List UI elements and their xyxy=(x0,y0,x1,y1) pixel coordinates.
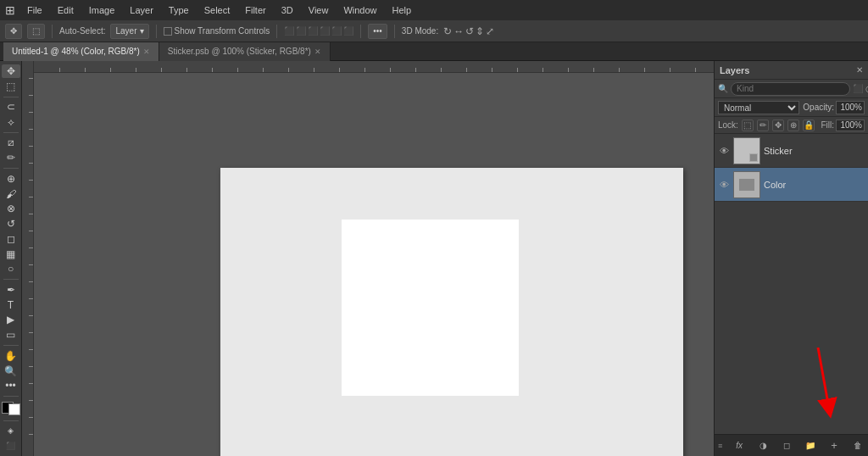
menu-item-select[interactable]: Select xyxy=(201,3,234,17)
tab-sticker-close[interactable]: ✕ xyxy=(314,47,321,56)
tool-separator-2 xyxy=(3,132,19,133)
brush-tool[interactable]: 🖌 xyxy=(2,187,20,201)
options-bar: ✥ ⬚ Auto-Select: Layer ▾ Show Transform … xyxy=(0,20,868,42)
app-icon[interactable]: ⊞ xyxy=(5,3,15,17)
select-icon: ⬚ xyxy=(32,26,40,36)
layer-row-color[interactable]: 👁 Color xyxy=(715,168,868,202)
layers-filter-input[interactable] xyxy=(731,82,850,96)
crop-tool[interactable]: ⧄ xyxy=(2,136,20,150)
quick-mask-btn[interactable]: ◈ xyxy=(2,424,20,437)
opacity-group: Opacity: xyxy=(803,101,865,114)
align-left-icon[interactable]: ⬛ xyxy=(284,26,294,36)
lock-label: Lock: xyxy=(718,120,738,130)
clone-tool[interactable]: ⊗ xyxy=(2,202,20,215)
history-tool[interactable]: ↺ xyxy=(2,217,20,231)
3d-slide-icon[interactable]: ⇕ xyxy=(476,25,484,37)
move-tool-btn[interactable]: ✥ xyxy=(5,24,22,39)
lock-all-btn[interactable]: 🔒 xyxy=(803,120,815,131)
menu-item-image[interactable]: Image xyxy=(86,3,119,17)
fill-input[interactable] xyxy=(836,120,865,131)
menu-item-window[interactable]: Window xyxy=(340,3,380,17)
tab-sticker-label: Sticker.psb @ 100% (Sticker, RGB/8*) xyxy=(168,47,311,56)
type-tool[interactable]: T xyxy=(2,298,20,312)
lock-transparent-btn[interactable]: ⬚ xyxy=(742,120,754,131)
menu-item-3d[interactable]: 3D xyxy=(278,3,297,17)
3d-scale-icon[interactable]: ⤢ xyxy=(486,25,494,37)
align-right-icon[interactable]: ⬛ xyxy=(308,26,318,36)
wand-tool[interactable]: ⟡ xyxy=(2,115,20,129)
chevron-down-icon: ▾ xyxy=(140,26,144,36)
canvas-area[interactable] xyxy=(34,61,714,456)
more-options-btn[interactable]: ••• xyxy=(368,24,387,39)
3d-pan-icon[interactable]: ↔ xyxy=(453,25,464,37)
add-adjustment-button[interactable]: ◑ xyxy=(756,439,770,453)
menu-item-view[interactable]: View xyxy=(305,3,332,17)
opacity-input[interactable] xyxy=(836,101,865,114)
3d-rotate-icon[interactable]: ↻ xyxy=(443,25,452,37)
canvas-document[interactable] xyxy=(220,168,683,456)
pen-tool[interactable]: ✒ xyxy=(2,283,20,297)
autoselect-dropdown[interactable]: Layer ▾ xyxy=(110,24,148,39)
align-center-icon[interactable]: ⬛ xyxy=(296,26,306,36)
move-tool[interactable]: ✥ xyxy=(2,64,20,78)
tool-separator-7 xyxy=(3,420,19,421)
layer-thumbnail-sticker xyxy=(733,137,760,164)
fg-bg-colors xyxy=(2,402,20,415)
hand-tool[interactable]: ✋ xyxy=(2,349,20,363)
opt-separator-2 xyxy=(156,25,157,38)
align-middle-icon[interactable]: ⬛ xyxy=(331,26,342,36)
screen-mode-btn[interactable]: ⬛ xyxy=(2,439,20,453)
marquee-tool[interactable]: ⬚ xyxy=(2,80,20,93)
more-tools-btn[interactable]: ••• xyxy=(2,379,20,392)
layer-row-sticker[interactable]: 👁 Sticker xyxy=(715,134,868,168)
path-select-tool[interactable]: ▶ xyxy=(2,314,20,327)
add-mask-button[interactable]: ◻ xyxy=(780,439,793,453)
lock-image-btn[interactable]: ✏ xyxy=(757,120,769,131)
eyedropper-tool[interactable]: ✏ xyxy=(2,151,20,164)
layer-visibility-color[interactable]: 👁 xyxy=(718,179,730,191)
menu-item-file[interactable]: File xyxy=(24,3,46,17)
tab-untitled-close[interactable]: ✕ xyxy=(143,47,150,56)
tab-sticker[interactable]: Sticker.psb @ 100% (Sticker, RGB/8*) ✕ xyxy=(159,42,331,61)
layers-panel-header: Layers ✕ xyxy=(715,61,868,80)
fill-group: Fill: xyxy=(821,120,865,131)
align-bottom-icon[interactable]: ⬛ xyxy=(343,26,353,36)
layers-panel-menu-btn[interactable]: ≡ xyxy=(718,442,722,450)
new-group-button[interactable]: 📁 xyxy=(804,439,817,453)
layers-panel-close-btn[interactable]: ✕ xyxy=(856,65,863,75)
menu-item-filter[interactable]: Filter xyxy=(242,3,269,17)
show-transform-checkbox[interactable]: Show Transform Controls xyxy=(164,26,270,36)
canvas-wrapper[interactable] xyxy=(34,73,714,456)
select-tool-btn[interactable]: ⬚ xyxy=(27,24,45,39)
3d-roll-icon[interactable]: ↺ xyxy=(465,25,474,37)
tab-untitled[interactable]: Untitled-1 @ 48% (Color, RGB/8*) ✕ xyxy=(3,42,159,61)
new-layer-button[interactable]: + xyxy=(827,439,841,453)
mode-label: 3D Mode: xyxy=(402,26,438,36)
lock-position-btn[interactable]: ✥ xyxy=(772,120,784,131)
shape-tool[interactable]: ▭ xyxy=(2,328,20,342)
eraser-tool[interactable]: ◻ xyxy=(2,232,20,246)
background-color[interactable] xyxy=(8,403,20,415)
layer-visibility-sticker[interactable]: 👁 xyxy=(718,145,730,157)
tabs-bar: Untitled-1 @ 48% (Color, RGB/8*) ✕ Stick… xyxy=(0,42,868,61)
menu-item-layer[interactable]: Layer xyxy=(126,3,157,17)
tool-separator-5 xyxy=(3,345,19,346)
lock-artboard-btn[interactable]: ⊕ xyxy=(787,120,799,131)
gradient-tool[interactable]: ▦ xyxy=(2,247,20,261)
blend-mode-select[interactable]: Normal Multiply Screen Overlay xyxy=(718,101,799,114)
fill-label: Fill: xyxy=(821,120,834,130)
delete-layer-button[interactable]: 🗑 xyxy=(851,439,865,453)
3d-icons: ↻ ↔ ↺ ⇕ ⤢ xyxy=(443,25,494,37)
spot-heal-tool[interactable]: ⊕ xyxy=(2,172,20,186)
menu-item-help[interactable]: Help xyxy=(389,3,415,17)
menu-item-edit[interactable]: Edit xyxy=(54,3,77,17)
zoom-tool[interactable]: 🔍 xyxy=(2,364,20,378)
tool-separator-4 xyxy=(3,279,19,280)
lasso-tool[interactable]: ⊂ xyxy=(2,100,20,114)
align-top-icon[interactable]: ⬛ xyxy=(320,26,330,36)
move-icon: ✥ xyxy=(10,26,17,36)
menu-item-type[interactable]: Type xyxy=(165,3,192,17)
dodge-tool[interactable]: ○ xyxy=(2,263,20,276)
fx-button[interactable]: fx xyxy=(732,439,746,453)
filter-pixel-icon[interactable]: ⬛ xyxy=(853,82,863,96)
